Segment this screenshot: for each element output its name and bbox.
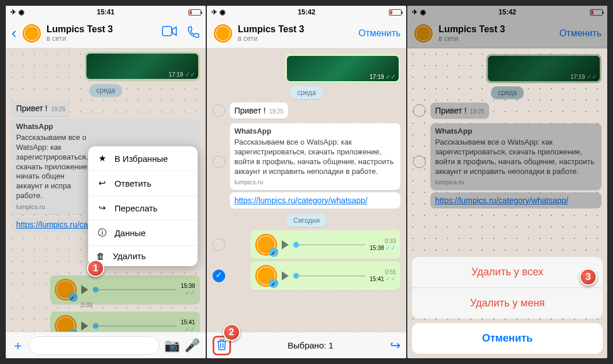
contact-status: в сети bbox=[238, 35, 354, 43]
chat-header: ‹ Lumpics Test 3 в сети bbox=[6, 18, 206, 48]
link-message: https://lumpics.ru/category/whatsapp/ bbox=[430, 192, 601, 208]
forward-icon: ↪ bbox=[97, 203, 108, 213]
select-radio[interactable] bbox=[213, 104, 225, 117]
status-bar: ✈◉ 15:42 bbox=[407, 6, 607, 18]
day-separator: среда bbox=[491, 86, 524, 99]
contact-name: Lumpics Test 3 bbox=[47, 24, 157, 35]
forward-icon[interactable]: ↪ bbox=[390, 338, 400, 353]
wifi-icon: ◉ bbox=[420, 8, 426, 16]
reply-icon: ↩ bbox=[97, 178, 108, 188]
play-icon[interactable] bbox=[81, 321, 88, 331]
link-message[interactable]: https://lumpics.ru/category/whatsapp/ bbox=[230, 192, 401, 208]
avatar[interactable] bbox=[21, 23, 42, 44]
step-badge-1: 1 bbox=[87, 260, 104, 277]
voice-call-icon[interactable] bbox=[187, 26, 200, 41]
back-icon[interactable]: ‹ bbox=[12, 24, 17, 42]
day-separator: среда bbox=[290, 86, 323, 99]
phone-screen-3: ✈◉ 15:42 Lumpics Test 3 в сети Отменить … bbox=[407, 6, 607, 358]
link-preview: WhatsApp Рассказываем все о WatsApp: как… bbox=[430, 123, 601, 190]
voice-message[interactable]: 🎤 15:38✓✓ bbox=[50, 275, 200, 304]
status-time: 15:41 bbox=[97, 8, 115, 16]
plus-icon[interactable]: ＋ bbox=[12, 337, 24, 354]
star-icon: ★ bbox=[97, 153, 108, 164]
image-message[interactable]: 17:19 ✓✓ bbox=[85, 52, 200, 81]
select-radio bbox=[413, 104, 426, 117]
delete-for-everyone-button[interactable]: Удалить у всех bbox=[412, 257, 603, 288]
message-bubble[interactable]: Привет !19:25 bbox=[12, 100, 70, 116]
voice-message[interactable]: 🎤 15:41✓✓ bbox=[50, 312, 200, 332]
context-menu: ★В Избранные ↩Ответить ↪Переслать ⓘДанны… bbox=[88, 146, 198, 266]
phone-screen-2: ✈◉ 15:42 Lumpics Test 3 в сети Отменить … bbox=[207, 6, 407, 358]
battery-icon bbox=[188, 9, 201, 16]
camera-icon[interactable]: 📷 bbox=[164, 338, 180, 353]
chat-header: Lumpics Test 3 в сети Отменить bbox=[207, 18, 407, 48]
day-separator: Сегодня bbox=[286, 214, 327, 227]
mic-icon[interactable]: 🎤 bbox=[184, 338, 200, 353]
mic-icon: 🎤 bbox=[269, 279, 278, 288]
contact-name: Lumpics Test 3 bbox=[438, 24, 555, 35]
menu-forward[interactable]: ↪Переслать bbox=[88, 196, 198, 221]
phone-screen-1: ✈◉ 15:41 ‹ Lumpics Test 3 в сети 17:19 ✓… bbox=[6, 6, 206, 358]
voice-message[interactable]: 🎤 0:3315:38 ✓✓ bbox=[251, 230, 400, 259]
image-message[interactable]: 17:19 ✓✓ bbox=[285, 54, 400, 83]
avatar[interactable] bbox=[213, 23, 233, 44]
wifi-icon: ◉ bbox=[220, 8, 225, 16]
mic-icon: 🎤 bbox=[69, 293, 78, 302]
battery-icon bbox=[389, 9, 402, 16]
airplane-icon: ✈ bbox=[211, 8, 217, 16]
message-bubble[interactable]: Привет !19:25 bbox=[230, 103, 289, 119]
contact-name: Lumpics Test 3 bbox=[238, 24, 354, 35]
chat-footer: ＋ 📷 🎤 bbox=[6, 332, 206, 358]
status-bar: ✈◉ 15:42 bbox=[207, 6, 407, 18]
chat-header: Lumpics Test 3 в сети Отменить bbox=[407, 18, 607, 48]
airplane-icon: ✈ bbox=[10, 8, 16, 16]
select-radio[interactable] bbox=[213, 156, 225, 168]
video-call-icon[interactable] bbox=[162, 26, 177, 41]
play-icon[interactable] bbox=[81, 285, 88, 294]
status-time: 15:42 bbox=[298, 8, 316, 16]
day-separator: среда bbox=[89, 84, 122, 97]
svg-rect-0 bbox=[162, 26, 172, 36]
info-icon: ⓘ bbox=[97, 227, 108, 238]
step-badge-3: 3 bbox=[580, 268, 597, 286]
battery-icon bbox=[590, 9, 603, 16]
menu-delete[interactable]: 🗑Удалить bbox=[88, 244, 198, 266]
menu-info[interactable]: ⓘДанные bbox=[88, 221, 198, 246]
status-bar: ✈◉ 15:41 bbox=[6, 6, 206, 18]
mic-icon: 🎤 bbox=[269, 248, 278, 257]
contact-status: в сети bbox=[438, 35, 555, 43]
select-radio[interactable] bbox=[213, 238, 225, 251]
select-radio bbox=[413, 156, 426, 168]
action-sheet: Удалить у всех Удалить у меня Отменить bbox=[412, 257, 603, 354]
image-message: 17:19 ✓✓ bbox=[486, 54, 601, 83]
cancel-button[interactable]: Отменить bbox=[358, 28, 400, 39]
step-badge-2: 2 bbox=[223, 324, 240, 341]
contact-status: в сети bbox=[47, 35, 157, 43]
airplane-icon: ✈ bbox=[412, 8, 418, 16]
avatar bbox=[413, 23, 434, 44]
message-bubble: Привет !19:25 bbox=[430, 103, 489, 119]
status-time: 15:42 bbox=[498, 8, 516, 16]
menu-star[interactable]: ★В Избранные bbox=[88, 146, 198, 171]
message-input[interactable] bbox=[29, 336, 160, 355]
delete-for-me-button[interactable]: Удалить у меня bbox=[412, 288, 603, 318]
play-icon[interactable] bbox=[282, 240, 289, 249]
wifi-icon: ◉ bbox=[18, 8, 24, 16]
cancel-button: Отменить bbox=[559, 28, 601, 39]
select-radio-checked[interactable] bbox=[213, 270, 225, 282]
link-preview[interactable]: WhatsApp Рассказываем все о WatsApp: как… bbox=[230, 123, 401, 190]
voice-message-selected[interactable]: 🎤 0:5515:41 ✓✓ bbox=[251, 261, 400, 290]
sheet-cancel-button[interactable]: Отменить bbox=[412, 323, 603, 354]
play-icon[interactable] bbox=[282, 271, 289, 280]
menu-reply[interactable]: ↩Ответить bbox=[88, 171, 198, 196]
selected-count: Выбрано: 1 bbox=[236, 340, 386, 350]
